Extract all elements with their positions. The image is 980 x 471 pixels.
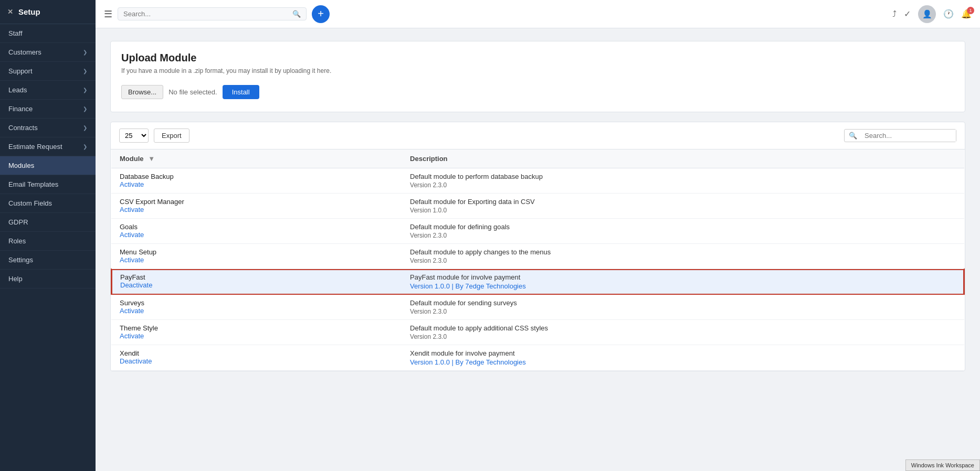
- topbar: ☰ 🔍 + ⤴ ✓ 👤 🕐 🔔 1: [96, 0, 980, 28]
- sidebar-item-label: Customers: [8, 48, 41, 56]
- sidebar-item-label: Modules: [8, 162, 34, 169]
- sidebar-item-label: Support: [8, 67, 33, 75]
- module-name-cell: Goals Activate: [111, 219, 402, 244]
- module-desc-cell: Default module to apply additional CSS s…: [402, 320, 964, 345]
- sidebar-item-help[interactable]: Help: [0, 270, 96, 288]
- table-search-icon: 🔍: [845, 130, 861, 142]
- sidebar-item-label: Leads: [8, 86, 27, 94]
- sidebar-item-label: Settings: [8, 256, 33, 264]
- module-desc-cell: PayFast module for involve payment Versi…: [402, 269, 964, 295]
- sidebar-item-finance[interactable]: Finance❯: [0, 100, 96, 119]
- sidebar: ✕ Setup StaffCustomers❯Support❯Leads❯Fin…: [0, 0, 96, 471]
- module-desc-cell: Default module for defining goals Versio…: [402, 219, 964, 244]
- module-name-cell: Surveys Activate: [111, 295, 402, 320]
- export-button[interactable]: Export: [154, 129, 189, 143]
- table-row: CSV Export Manager Activate Default modu…: [111, 194, 964, 219]
- module-action-link[interactable]: Activate: [120, 307, 144, 315]
- chevron-right-icon: ❯: [83, 125, 87, 131]
- sidebar-item-custom-fields[interactable]: Custom Fields: [0, 194, 96, 213]
- modules-table-body: Database Backup Activate Default module …: [111, 168, 964, 371]
- table-search-box: 🔍: [844, 129, 956, 142]
- table-row: Theme Style Activate Default module to a…: [111, 320, 964, 345]
- module-name-cell: Database Backup Activate: [111, 168, 402, 194]
- close-icon[interactable]: ✕: [7, 8, 13, 16]
- check-icon[interactable]: ✓: [904, 9, 911, 19]
- notification-badge: 1: [967, 7, 974, 14]
- module-action-link[interactable]: Activate: [120, 332, 144, 340]
- module-name-cell: CSV Export Manager Activate: [111, 194, 402, 219]
- sidebar-item-settings[interactable]: Settings: [0, 251, 96, 270]
- search-icon: 🔍: [292, 10, 301, 18]
- col-description: Description: [402, 149, 964, 168]
- hamburger-icon[interactable]: ☰: [104, 8, 112, 20]
- chevron-right-icon: ❯: [83, 144, 87, 149]
- module-action-link[interactable]: Activate: [120, 206, 144, 213]
- no-file-label: No file selected.: [168, 88, 217, 96]
- chevron-right-icon: ❯: [83, 106, 87, 112]
- module-name-cell: PayFast Deactivate: [111, 269, 402, 295]
- sidebar-item-staff[interactable]: Staff: [0, 24, 96, 43]
- avatar[interactable]: 👤: [918, 5, 936, 23]
- module-action-link[interactable]: Activate: [120, 256, 144, 264]
- module-action-link[interactable]: Deactivate: [120, 281, 152, 289]
- module-desc-cell: Default module to perform database backu…: [402, 168, 964, 194]
- module-action-link[interactable]: Deactivate: [120, 357, 152, 365]
- module-action-link[interactable]: Activate: [120, 231, 144, 239]
- sidebar-item-support[interactable]: Support❯: [0, 62, 96, 81]
- browse-button[interactable]: Browse...: [121, 85, 163, 99]
- sidebar-item-label: Roles: [8, 237, 26, 245]
- main-area: ☰ 🔍 + ⤴ ✓ 👤 🕐 🔔 1 Upload Module If you h…: [96, 0, 980, 471]
- modules-table: Module ▼ Description Database Backup Act…: [111, 149, 965, 371]
- sidebar-item-label: Staff: [8, 29, 23, 37]
- table-row: Goals Activate Default module for defini…: [111, 219, 964, 244]
- table-row: Surveys Activate Default module for send…: [111, 295, 964, 320]
- table-row: Menu Setup Activate Default module to ap…: [111, 244, 964, 269]
- sidebar-item-gdpr[interactable]: GDPR: [0, 213, 96, 232]
- col-module: Module ▼: [111, 149, 402, 168]
- search-box: 🔍: [118, 7, 307, 20]
- chevron-right-icon: ❯: [83, 87, 87, 93]
- module-action-link[interactable]: Activate: [120, 180, 144, 188]
- table-row: PayFast Deactivate PayFast module for in…: [111, 269, 964, 295]
- chevron-right-icon: ❯: [83, 49, 87, 55]
- module-desc-cell: Default module for sending surveys Versi…: [402, 295, 964, 320]
- sidebar-item-email-templates[interactable]: Email Templates: [0, 175, 96, 194]
- sidebar-items: StaffCustomers❯Support❯Leads❯Finance❯Con…: [0, 24, 96, 288]
- table-header-row: Module ▼ Description: [111, 149, 964, 168]
- sidebar-item-label: Email Templates: [8, 180, 58, 188]
- windows-ink-label: Windows Ink Workspace: [911, 462, 974, 468]
- sidebar-item-label: Custom Fields: [8, 199, 52, 207]
- sidebar-title: Setup: [18, 7, 40, 16]
- upload-row: Browse... No file selected. Install: [121, 85, 954, 99]
- upload-module-section: Upload Module If you have a module in a …: [110, 41, 965, 112]
- module-name-cell: Menu Setup Activate: [111, 244, 402, 269]
- topbar-left: ☰ 🔍 +: [104, 5, 330, 23]
- sidebar-header: ✕ Setup: [0, 0, 96, 24]
- sidebar-item-label: Contracts: [8, 124, 38, 132]
- sidebar-item-modules[interactable]: Modules: [0, 156, 96, 175]
- sidebar-item-estimate-request[interactable]: Estimate Request❯: [0, 137, 96, 156]
- topbar-right: ⤴ ✓ 👤 🕐 🔔 1: [892, 5, 972, 23]
- module-desc-cell: Xendit module for involve payment Versio…: [402, 345, 964, 371]
- chevron-right-icon: ❯: [83, 68, 87, 74]
- table-row: Database Backup Activate Default module …: [111, 168, 964, 194]
- add-button[interactable]: +: [312, 5, 330, 23]
- module-desc-cell: Default module for Exporting data in CSV…: [402, 194, 964, 219]
- share-icon[interactable]: ⤴: [892, 9, 897, 19]
- table-search-input[interactable]: [861, 130, 956, 142]
- sidebar-item-roles[interactable]: Roles: [0, 232, 96, 251]
- notification-button[interactable]: 🔔 1: [961, 9, 972, 19]
- sidebar-item-leads[interactable]: Leads❯: [0, 81, 96, 100]
- search-input[interactable]: [123, 10, 289, 18]
- sidebar-item-contracts[interactable]: Contracts❯: [0, 119, 96, 137]
- version-link[interactable]: Version 1.0.0 | By 7edge Technologies: [410, 358, 526, 366]
- sidebar-item-label: Estimate Request: [8, 143, 62, 151]
- clock-icon[interactable]: 🕐: [943, 9, 954, 19]
- sidebar-item-label: Finance: [8, 105, 33, 113]
- module-name-cell: Xendit Deactivate: [111, 345, 402, 371]
- content-area: Upload Module If you have a module in a …: [96, 28, 980, 471]
- version-link[interactable]: Version 1.0.0 | By 7edge Technologies: [410, 282, 526, 290]
- install-button[interactable]: Install: [223, 85, 259, 99]
- per-page-select[interactable]: 25 50 100: [119, 129, 149, 143]
- sidebar-item-customers[interactable]: Customers❯: [0, 43, 96, 62]
